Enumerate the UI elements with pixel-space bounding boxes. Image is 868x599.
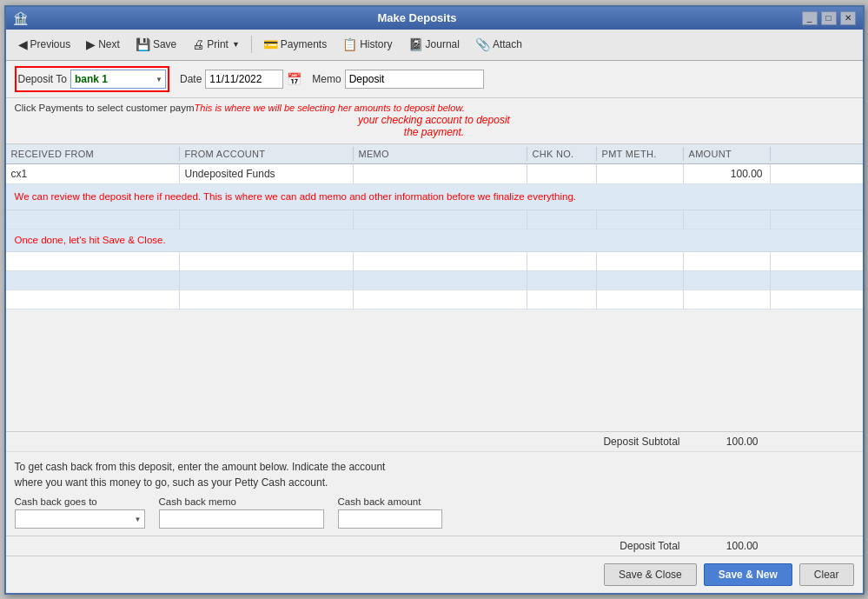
subtotal-amount: 100.00 xyxy=(698,436,759,448)
cell-received-from[interactable]: cx1 xyxy=(6,164,180,183)
deposit-table: RECEIVED FROM FROM ACCOUNT MEMO CHK NO. … xyxy=(6,143,863,432)
toolbar: ◀ Previous ▶ Next 💾 Save 🖨 Print ▼ 💳 Pay… xyxy=(6,30,863,61)
table-row: cx1 Undeposited Funds 100.00 xyxy=(6,164,863,184)
col-chk-no: CHK NO. xyxy=(527,147,597,161)
cash-amount-group: Cash back amount xyxy=(338,496,442,529)
toolbar-separator xyxy=(251,36,252,53)
save-icon: 💾 xyxy=(136,37,150,51)
window-controls: _ □ ✕ xyxy=(802,11,856,25)
close-button[interactable]: ✕ xyxy=(840,11,856,25)
print-dropdown-arrow: ▼ xyxy=(232,40,240,49)
total-row: Deposit Total 100.00 xyxy=(6,536,863,556)
print-icon: 🖨 xyxy=(192,37,204,51)
save-close-button[interactable]: Save & Close xyxy=(604,563,697,586)
date-label: Date xyxy=(180,73,202,85)
journal-button[interactable]: 📓 Journal xyxy=(401,34,467,55)
minimize-button[interactable]: _ xyxy=(802,11,818,25)
save-button[interactable]: 💾 Save xyxy=(129,34,183,55)
attach-button[interactable]: 📎 Attach xyxy=(468,34,529,55)
attach-icon: 📎 xyxy=(475,37,490,51)
annotation-row-1: We can review the deposit here if needed… xyxy=(6,184,863,210)
table-body: cx1 Undeposited Funds 100.00 We can revi… xyxy=(6,164,863,408)
date-group: Date 📅 xyxy=(180,70,301,89)
annotation-row-2: Once done, let's hit Save & Close. xyxy=(6,230,863,252)
next-button[interactable]: ▶ Next xyxy=(79,34,127,55)
memo-input[interactable] xyxy=(345,70,484,89)
cash-amount-label: Cash back amount xyxy=(338,496,442,507)
subtotal-row: Deposit Subtotal 100.00 xyxy=(6,431,863,451)
deposit-to-box: Deposit To bank 1 xyxy=(15,66,169,92)
deposit-review-note: We can review the deposit here if needed… xyxy=(15,191,577,202)
cell-pmt-meth[interactable] xyxy=(597,164,684,183)
cash-goes-to-label: Cash back goes to xyxy=(15,496,145,507)
table-row-empty-2 xyxy=(6,252,863,271)
col-received-from: RECEIVED FROM xyxy=(6,147,180,161)
deposit-to-label: Deposit To xyxy=(18,73,67,85)
cash-goes-to-wrapper xyxy=(15,509,145,529)
header-note-part1: Click Payments to select customer paym xyxy=(15,103,195,113)
restore-button[interactable]: □ xyxy=(821,11,837,25)
subtotal-label: Deposit Subtotal xyxy=(603,436,679,448)
date-input[interactable] xyxy=(205,70,283,89)
action-bar: Save & Close Save & New Clear xyxy=(6,556,863,593)
overlay-sub-note: your checking account to deposit the pay… xyxy=(15,114,854,138)
annotation-header: Click Payments to select customer paymTh… xyxy=(6,98,863,143)
save-new-button[interactable]: Save & New xyxy=(704,563,792,586)
cash-memo-group: Cash back memo xyxy=(159,496,324,529)
table-row-empty-4 xyxy=(6,290,863,309)
window-icon: 🏦 xyxy=(13,11,28,25)
cash-back-fields: Cash back goes to Cash back memo Cash ba… xyxy=(15,496,854,529)
clear-button[interactable]: Clear xyxy=(799,563,854,586)
cell-from-account[interactable]: Undeposited Funds xyxy=(180,164,354,183)
payments-icon: 💳 xyxy=(263,37,278,51)
table-row-empty-3 xyxy=(6,271,863,290)
memo-label: Memo xyxy=(312,73,341,85)
payments-button[interactable]: 💳 Payments xyxy=(256,34,334,55)
history-icon: 📋 xyxy=(342,37,357,51)
title-bar: 🏦 Make Deposits _ □ ✕ xyxy=(6,7,863,30)
table-row-empty-1 xyxy=(6,210,863,230)
cash-back-info: To get cash back from this deposit, ente… xyxy=(15,459,854,491)
cash-amount-input[interactable] xyxy=(338,509,442,529)
memo-group: Memo xyxy=(312,70,483,89)
history-button[interactable]: 📋 History xyxy=(335,34,399,55)
overlay-note: This is where we will be selecting her a… xyxy=(195,103,465,113)
col-memo: MEMO xyxy=(354,147,527,161)
next-icon: ▶ xyxy=(86,37,96,51)
deposit-to-select[interactable]: bank 1 xyxy=(70,70,166,89)
deposit-to-select-wrapper: bank 1 xyxy=(70,70,166,89)
previous-button[interactable]: ◀ Previous xyxy=(11,34,78,55)
table-header: RECEIVED FROM FROM ACCOUNT MEMO CHK NO. … xyxy=(6,144,863,164)
col-pmt-meth: PMT METH. xyxy=(597,147,684,161)
total-label: Deposit Total xyxy=(620,540,679,552)
cash-memo-label: Cash back memo xyxy=(159,496,324,507)
deposit-to-group: Deposit To bank 1 xyxy=(18,70,166,89)
form-area: Deposit To bank 1 Date 📅 Memo xyxy=(6,61,863,98)
previous-icon: ◀ xyxy=(18,37,28,51)
cell-chk-no[interactable] xyxy=(527,164,597,183)
cell-amount[interactable]: 100.00 xyxy=(684,164,771,183)
deposit-close-note: Once done, let's hit Save & Close. xyxy=(15,235,166,245)
journal-icon: 📓 xyxy=(408,37,423,51)
col-from-account: FROM ACCOUNT xyxy=(180,147,354,161)
cash-goes-to-group: Cash back goes to xyxy=(15,496,145,529)
cash-back-section: To get cash back from this deposit, ente… xyxy=(6,451,863,536)
main-window: 🏦 Make Deposits _ □ ✕ ◀ Previous ▶ Next … xyxy=(4,5,865,595)
cash-memo-input[interactable] xyxy=(159,509,324,529)
cell-memo[interactable] xyxy=(354,164,527,183)
calendar-icon[interactable]: 📅 xyxy=(287,72,301,86)
print-button[interactable]: 🖨 Print ▼ xyxy=(185,34,247,55)
window-title: Make Deposits xyxy=(33,11,802,24)
total-amount: 100.00 xyxy=(698,540,759,552)
col-amount: AMOUNT xyxy=(684,147,771,161)
cash-goes-to-select[interactable] xyxy=(15,509,145,529)
